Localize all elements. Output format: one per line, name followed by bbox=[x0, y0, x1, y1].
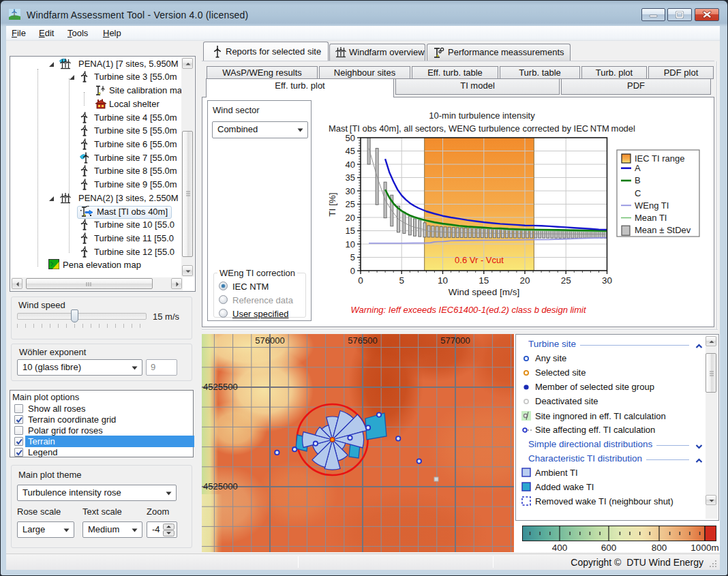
svg-text:50: 50 bbox=[346, 133, 355, 143]
svg-text:A: A bbox=[635, 163, 641, 173]
svg-text:30: 30 bbox=[346, 186, 355, 196]
svg-text:4525000: 4525000 bbox=[203, 481, 238, 491]
svg-text:35: 35 bbox=[346, 172, 355, 183]
svg-text:0: 0 bbox=[358, 275, 363, 286]
svg-text:20: 20 bbox=[519, 275, 530, 286]
svg-text:15: 15 bbox=[479, 275, 489, 286]
svg-text:576000: 576000 bbox=[255, 335, 284, 346]
svg-text:400: 400 bbox=[552, 543, 568, 553]
svg-text:45: 45 bbox=[346, 146, 355, 156]
svg-text:20: 20 bbox=[346, 213, 355, 223]
svg-text:B: B bbox=[635, 175, 641, 185]
svg-text:25: 25 bbox=[561, 275, 571, 286]
svg-text:TI [%]: TI [%] bbox=[327, 192, 337, 216]
svg-text:IEC TI range: IEC TI range bbox=[635, 153, 684, 164]
svg-text:0: 0 bbox=[350, 266, 355, 276]
svg-text:0.6 Vr - Vcut: 0.6 Vr - Vcut bbox=[455, 255, 504, 265]
svg-text:10: 10 bbox=[438, 275, 448, 286]
svg-text:Mean ± StDev: Mean ± StDev bbox=[635, 225, 691, 235]
svg-text:C: C bbox=[635, 188, 641, 198]
svg-text:577000: 577000 bbox=[440, 335, 470, 346]
svg-text:800: 800 bbox=[652, 543, 667, 553]
svg-text:15: 15 bbox=[346, 226, 355, 236]
svg-text:Wind speed [m/s]: Wind speed [m/s] bbox=[449, 287, 519, 297]
svg-text:5: 5 bbox=[350, 252, 355, 262]
svg-text:576500: 576500 bbox=[348, 335, 377, 346]
svg-text:4525500: 4525500 bbox=[203, 382, 238, 392]
svg-text:Warning: Ieff exceeds IEC61400: Warning: Ieff exceeds IEC61400-1(ed.2) c… bbox=[350, 305, 587, 315]
svg-text:1000m: 1000m bbox=[691, 543, 718, 553]
svg-text:30: 30 bbox=[602, 275, 612, 286]
svg-text:5: 5 bbox=[399, 275, 404, 286]
svg-text:10: 10 bbox=[346, 239, 355, 249]
svg-text:600: 600 bbox=[601, 543, 617, 553]
svg-text:25: 25 bbox=[346, 199, 355, 209]
svg-text:Mast [TI obs 40m], all sector: Mast [TI obs 40m], all sectors, WENG tur… bbox=[329, 123, 635, 134]
svg-text:10-min turbulence intensity: 10-min turbulence intensity bbox=[429, 110, 535, 121]
svg-text:Mean TI: Mean TI bbox=[635, 213, 667, 223]
svg-text:40: 40 bbox=[346, 160, 355, 170]
svg-text:WEng TI: WEng TI bbox=[635, 200, 669, 211]
